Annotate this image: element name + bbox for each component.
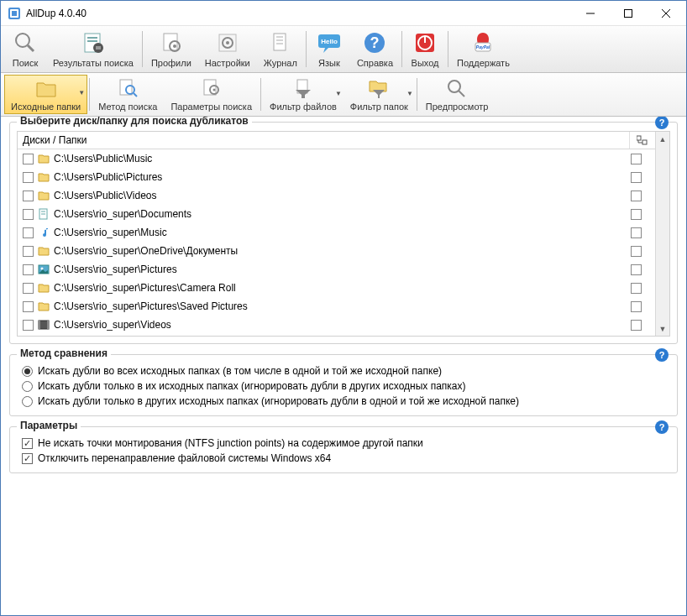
svg-point-7 (16, 34, 29, 47)
exit-button[interactable]: Выход (404, 28, 446, 70)
radio-option-own[interactable]: Искать дубли только в их исходных папках… (17, 378, 670, 394)
folder-row[interactable]: C:\Users\rio_super\Videos (18, 316, 655, 334)
checkbox-icon[interactable] (631, 264, 642, 275)
checkbox-icon[interactable] (23, 283, 34, 294)
list-header: Диски / Папки (18, 132, 655, 149)
paypal-icon: PayPal (469, 29, 496, 56)
help-icon[interactable]: ? (655, 348, 669, 362)
checkbox-icon[interactable] (631, 172, 642, 183)
checkbox-icon[interactable] (23, 320, 34, 331)
checkbox-fs-redirect[interactable]: Отключить перенаправление файловой систе… (17, 451, 670, 466)
svg-text:Hello: Hello (321, 38, 338, 45)
svg-line-8 (28, 45, 34, 51)
folder-path: C:\Users\rio_super\Music (54, 227, 631, 238)
folder-path: C:\Users\Public\Music (54, 153, 631, 164)
tab-preview[interactable]: Предпросмотр (419, 75, 496, 114)
svg-text:?: ? (370, 34, 380, 51)
checkbox-icon[interactable] (631, 154, 642, 164)
checkbox-icon[interactable] (631, 283, 642, 294)
help-button[interactable]: ? Справка (350, 28, 400, 70)
folder-icon (34, 76, 58, 100)
checkbox-icon[interactable] (631, 246, 642, 257)
checkbox-icon[interactable] (22, 438, 33, 449)
question-icon: ? (361, 29, 388, 56)
tab-file-filter[interactable]: Фильтр файлов ▼ (263, 75, 344, 114)
scrollbar[interactable]: ▲ ▼ (655, 132, 669, 336)
app-icon (8, 7, 21, 20)
checkbox-icon[interactable] (23, 227, 34, 238)
svg-point-40 (448, 81, 460, 92)
folder-icon (37, 170, 50, 184)
help-icon[interactable]: ? (655, 420, 669, 434)
svg-rect-52 (39, 321, 40, 329)
checkbox-icon[interactable] (631, 301, 642, 312)
checkbox-icon[interactable] (22, 453, 33, 464)
radio-icon[interactable] (22, 396, 33, 407)
checkbox-icon[interactable] (23, 172, 34, 183)
help-icon[interactable]: ? (655, 117, 669, 129)
checkbox-icon[interactable] (23, 154, 34, 164)
radio-option-all[interactable]: Искать дубли во всех исходных папках (в … (17, 363, 670, 378)
folder-row[interactable]: C:\Users\rio_super\Pictures\Saved Pictur… (18, 297, 655, 316)
svg-rect-43 (642, 140, 647, 144)
folder-path: C:\Users\Public\Pictures (54, 171, 631, 183)
column-header-disks[interactable]: Диски / Папки (18, 132, 630, 149)
minimize-button[interactable] (571, 2, 609, 25)
chevron-down-icon: ▼ (406, 90, 413, 97)
checkbox-icon[interactable] (23, 209, 34, 220)
tab-search-method[interactable]: Метод поиска (92, 75, 164, 114)
folder-icon (37, 281, 50, 295)
folder-row[interactable]: C:\Users\rio_super\Pictures\Camera Roll (18, 279, 655, 297)
folder-icon (37, 189, 50, 202)
checkbox-icon[interactable] (23, 264, 34, 275)
folder-filter-icon (367, 76, 391, 100)
folder-row[interactable]: C:\Users\rio_super\Music (18, 223, 655, 242)
folder-row[interactable]: C:\Users\Public\Pictures (18, 168, 655, 186)
folder-path: C:\Users\rio_super\Pictures (54, 264, 631, 275)
scroll-down-icon[interactable]: ▼ (656, 321, 669, 336)
folder-row[interactable]: C:\Users\rio_super\Documents (18, 205, 655, 223)
search-results-button[interactable]: Результаты поиска (46, 28, 140, 70)
journal-icon (267, 29, 294, 56)
checkbox-icon[interactable] (631, 227, 642, 238)
tab-search-params[interactable]: Параметры поиска (164, 75, 259, 114)
search-button[interactable]: Поиск (4, 28, 46, 70)
checkbox-icon[interactable] (23, 191, 34, 201)
checkbox-icon[interactable] (23, 246, 34, 257)
svg-rect-53 (47, 321, 49, 329)
tab-folder-filter[interactable]: Фильтр папок ▼ (344, 75, 415, 114)
radio-icon[interactable] (22, 366, 33, 377)
support-button[interactable]: PayPal Поддержать (450, 28, 517, 70)
column-header-tree[interactable] (630, 132, 655, 149)
folder-row[interactable]: C:\Users\Public\Music (18, 149, 655, 168)
svg-text:PayPal: PayPal (476, 44, 490, 50)
folder-path: C:\Users\rio_super\Documents (54, 208, 631, 220)
checkbox-icon[interactable] (23, 301, 34, 312)
sub-toolbar: Исходные папки ▼ Метод поиска Параметры … (1, 73, 686, 117)
music-icon (37, 226, 50, 239)
scroll-up-icon[interactable]: ▲ (656, 132, 669, 146)
radio-icon[interactable] (22, 381, 33, 392)
tab-source-folders[interactable]: Исходные папки ▼ (4, 75, 87, 114)
journal-button[interactable]: Журнал (257, 28, 304, 70)
svg-rect-42 (637, 136, 641, 140)
language-button[interactable]: Hello Язык (308, 28, 350, 70)
folder-row[interactable]: C:\Users\rio_super\OneDrive\Документы (18, 242, 655, 260)
checkbox-icon[interactable] (631, 320, 642, 331)
results-icon (80, 29, 107, 56)
checkbox-icon[interactable] (631, 209, 642, 220)
folder-row[interactable]: C:\Users\Public\Videos (18, 186, 655, 205)
checkbox-icon[interactable] (631, 191, 642, 201)
magnifier-page-icon (116, 76, 139, 100)
settings-button[interactable]: Настройки (198, 28, 257, 70)
maximize-button[interactable] (609, 2, 647, 25)
parameters-group: Параметры ? Не искать точки монтирования… (9, 426, 678, 473)
file-filter-icon (291, 76, 315, 100)
profiles-button[interactable]: Профили (144, 28, 198, 70)
folder-row[interactable]: C:\Users\rio_super\Pictures (18, 260, 655, 279)
video-icon (37, 318, 50, 331)
radio-option-other[interactable]: Искать дубли только в других исходных па… (17, 394, 670, 409)
close-button[interactable] (647, 2, 684, 25)
checkbox-junction-points[interactable]: Не искать точки монтирования (NTFS junct… (17, 436, 670, 451)
folder-list: Диски / Папки C:\Users\Public\MusicC:\Us… (17, 131, 670, 337)
